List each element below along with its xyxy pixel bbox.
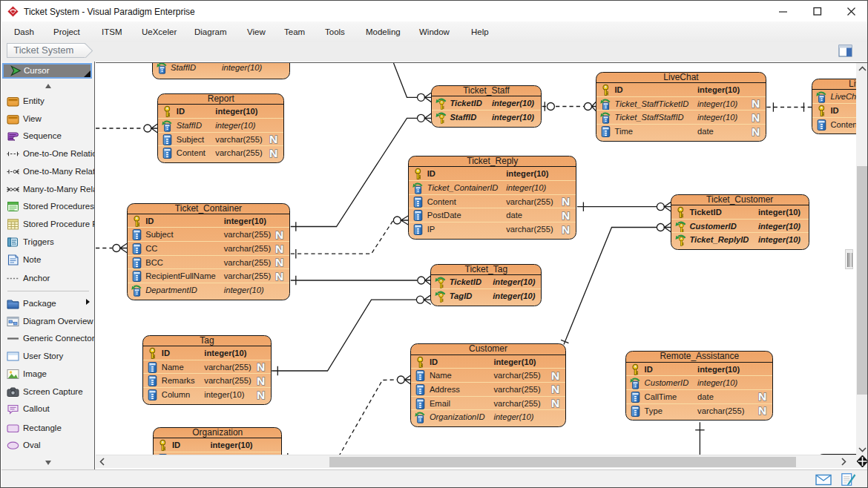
svg-text:N: N bbox=[269, 147, 277, 159]
svg-text:N: N bbox=[551, 369, 559, 382]
svg-text:N: N bbox=[257, 375, 265, 387]
svg-text:N: N bbox=[257, 360, 265, 373]
svg-text:N: N bbox=[551, 383, 559, 395]
svg-text:N: N bbox=[275, 270, 283, 283]
svg-text:N: N bbox=[562, 209, 570, 222]
svg-text:N: N bbox=[562, 223, 570, 236]
svg-text:N: N bbox=[275, 243, 283, 255]
svg-text:N: N bbox=[275, 256, 283, 268]
svg-text:N: N bbox=[551, 397, 559, 409]
svg-text:N: N bbox=[758, 404, 766, 417]
svg-text:N: N bbox=[257, 389, 265, 401]
svg-text:N: N bbox=[752, 111, 760, 124]
svg-text:N: N bbox=[275, 228, 283, 241]
svg-text:N: N bbox=[269, 133, 277, 145]
svg-text:N: N bbox=[758, 390, 766, 403]
svg-text:N: N bbox=[562, 195, 570, 208]
svg-text:N: N bbox=[752, 125, 760, 138]
svg-text:N: N bbox=[752, 97, 760, 110]
